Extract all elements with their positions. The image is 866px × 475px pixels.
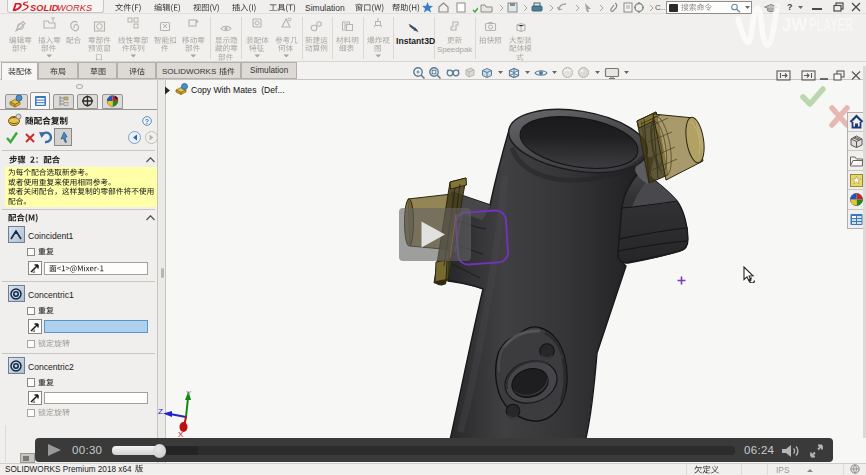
svg-text:PLAYER: PLAYER: [809, 15, 853, 35]
svg-text:X: X: [178, 430, 184, 438]
svg-text:SOLID: SOLID: [30, 3, 59, 13]
svg-text:Z: Z: [158, 407, 163, 416]
svg-text:WORKS: WORKS: [57, 3, 93, 13]
svg-text:Y: Y: [186, 389, 192, 398]
svg-text:JW: JW: [782, 15, 807, 35]
svg-text:?: ?: [145, 118, 149, 125]
